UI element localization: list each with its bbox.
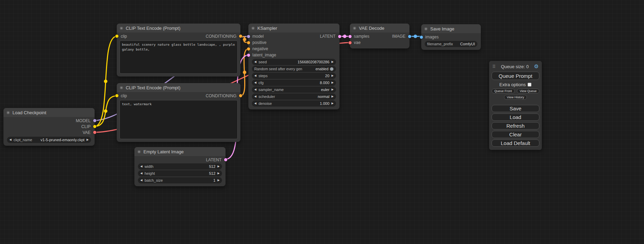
settings-gear-icon[interactable]: ⚙: [534, 63, 539, 70]
input-slot-vae[interactable]: vae: [353, 40, 361, 45]
widget-height[interactable]: ◀ height 512 ▶: [138, 170, 222, 177]
arrow-left-icon[interactable]: ◀: [140, 165, 142, 168]
queue-prompt-button[interactable]: Queue Prompt: [492, 72, 539, 80]
arrow-right-icon[interactable]: ▶: [332, 88, 334, 91]
collapse-dot-icon[interactable]: [353, 27, 356, 30]
arrow-left-icon[interactable]: ◀: [140, 179, 142, 182]
widget-ckpt-name[interactable]: ◀ ckpt_name v1-5-pruned-emaonly.ckpt ▶: [7, 137, 91, 143]
collapse-dot-icon[interactable]: [424, 27, 427, 30]
queue-front-button[interactable]: Queue Front: [492, 89, 515, 93]
arrow-left-icon[interactable]: ◀: [254, 74, 256, 77]
drag-handle-icon[interactable]: ⠿: [492, 64, 496, 69]
widget-scheduler[interactable]: ◀ scheduler normal ▶: [252, 93, 336, 100]
refresh-button[interactable]: Refresh: [492, 122, 539, 129]
arrow-right-icon[interactable]: ▶: [332, 74, 334, 77]
view-history-button[interactable]: View History: [504, 95, 527, 100]
node-vae-decode[interactable]: VAE Decode samples IMAGE vae: [350, 24, 409, 48]
input-slot-clip[interactable]: clip: [120, 34, 127, 39]
view-queue-button[interactable]: View Queue: [517, 89, 539, 93]
output-slot-latent[interactable]: LATENT: [320, 34, 336, 39]
output-slot-conditioning[interactable]: CONDITIONING: [206, 34, 237, 39]
arrow-right-icon[interactable]: ▶: [87, 138, 89, 141]
widget-filename-prefix[interactable]: filename_prefix ComfyUI: [425, 41, 477, 47]
node-title-bar[interactable]: Save Image: [421, 24, 481, 33]
input-slot-model[interactable]: model: [252, 34, 264, 39]
arrow-right-icon[interactable]: ▶: [218, 165, 220, 168]
output-slot-vae[interactable]: VAE: [82, 130, 91, 135]
link-midpoint-dot[interactable]: [243, 38, 246, 41]
arrow-right-icon[interactable]: ▶: [332, 81, 334, 84]
node-title-bar[interactable]: CLIP Text Encode (Prompt): [117, 83, 240, 92]
node-load-checkpoint[interactable]: Load Checkpoint MODEL CLIP VAE: [3, 108, 95, 146]
node-title-bar[interactable]: KSampler: [248, 24, 339, 33]
arrow-left-icon[interactable]: ◀: [254, 95, 256, 98]
collapse-dot-icon[interactable]: [120, 86, 123, 89]
port-dot[interactable]: [349, 41, 352, 44]
prompt-textarea[interactable]: beautiful scenery nature glass bottle la…: [120, 40, 238, 74]
widget-seed[interactable]: ◀ seed 156680208700286 ▶: [252, 59, 336, 65]
output-slot-model[interactable]: MODEL: [76, 118, 91, 123]
arrow-right-icon[interactable]: ▶: [218, 179, 220, 182]
widget-sampler-name[interactable]: ◀ sampler_name euler ▶: [252, 87, 336, 93]
extra-options-checkbox[interactable]: [528, 83, 531, 87]
port-dot[interactable]: [338, 35, 341, 38]
widget-batch-size[interactable]: ◀ batch_size 1 ▶: [138, 177, 222, 183]
node-ksampler[interactable]: KSampler model LATENT positive: [248, 24, 339, 109]
widget-denoise[interactable]: ◀ denoise 1.000 ▶: [252, 100, 336, 107]
load-default-button[interactable]: Load Default: [492, 139, 539, 147]
arrow-right-icon[interactable]: ▶: [218, 172, 220, 175]
port-dot[interactable]: [247, 54, 250, 57]
arrow-left-icon[interactable]: ◀: [140, 172, 142, 175]
collapse-dot-icon[interactable]: [7, 111, 10, 114]
port-dot[interactable]: [93, 119, 96, 122]
input-slot-negative[interactable]: negative: [252, 46, 268, 51]
widget-cfg[interactable]: ◀ cfg 8.000 ▶: [252, 80, 336, 86]
port-dot[interactable]: [408, 35, 411, 38]
output-slot-conditioning[interactable]: CONDITIONING: [206, 93, 237, 98]
arrow-right-icon[interactable]: ▶: [332, 95, 334, 98]
port-dot[interactable]: [247, 35, 250, 38]
widget-random-seed-toggle[interactable]: Random seed after every gen enabled: [252, 66, 336, 72]
link-midpoint-dot[interactable]: [104, 109, 107, 113]
node-title-bar[interactable]: CLIP Text Encode (Prompt): [117, 24, 240, 33]
link-midpoint-dot[interactable]: [243, 71, 246, 74]
arrow-right-icon[interactable]: ▶: [332, 61, 334, 63]
link-midpoint-dot[interactable]: [104, 80, 107, 83]
clear-button[interactable]: Clear: [492, 131, 539, 138]
node-title-bar[interactable]: Load Checkpoint: [3, 108, 95, 117]
arrow-left-icon[interactable]: ◀: [9, 138, 11, 141]
node-title-bar[interactable]: VAE Decode: [350, 24, 409, 33]
arrow-right-icon[interactable]: ▶: [332, 102, 334, 105]
input-slot-samples[interactable]: samples: [353, 34, 369, 39]
port-dot[interactable]: [93, 131, 96, 134]
node-title-bar[interactable]: Empty Latent Image: [134, 147, 226, 156]
load-button[interactable]: Load: [492, 114, 539, 121]
port-dot[interactable]: [224, 158, 227, 161]
input-slot-clip[interactable]: clip: [120, 93, 127, 98]
port-dot[interactable]: [420, 36, 423, 39]
node-empty-latent-image[interactable]: Empty Latent Image LATENT ◀ width 512 ▶ …: [134, 147, 226, 186]
arrow-left-icon[interactable]: ◀: [254, 61, 256, 63]
widget-steps[interactable]: ◀ steps 20 ▶: [252, 73, 336, 79]
port-dot[interactable]: [239, 94, 242, 97]
input-slot-images[interactable]: images: [425, 35, 439, 39]
collapse-dot-icon[interactable]: [120, 27, 123, 30]
arrow-left-icon[interactable]: ◀: [254, 102, 256, 105]
input-slot-latent-image[interactable]: latent_image: [252, 53, 276, 57]
node-canvas[interactable]: Load Checkpoint MODEL CLIP VAE: [0, 0, 644, 244]
output-slot-latent[interactable]: LATENT: [206, 157, 222, 162]
collapse-dot-icon[interactable]: [252, 27, 255, 30]
arrow-left-icon[interactable]: ◀: [254, 88, 256, 91]
input-slot-positive[interactable]: positive: [252, 40, 266, 45]
port-dot[interactable]: [349, 35, 352, 38]
node-save-image[interactable]: Save Image images filename_prefix ComfyU…: [421, 24, 481, 50]
port-dot[interactable]: [239, 35, 242, 38]
prompt-textarea[interactable]: text, watermark: [120, 100, 238, 139]
port-dot[interactable]: [115, 35, 118, 38]
output-slot-image[interactable]: IMAGE: [392, 34, 406, 39]
port-dot[interactable]: [247, 41, 250, 44]
node-clip-text-encode-positive[interactable]: CLIP Text Encode (Prompt) clip CONDITION…: [117, 24, 240, 76]
arrow-left-icon[interactable]: ◀: [254, 81, 256, 84]
port-dot[interactable]: [247, 47, 250, 51]
collapse-dot-icon[interactable]: [138, 150, 141, 153]
